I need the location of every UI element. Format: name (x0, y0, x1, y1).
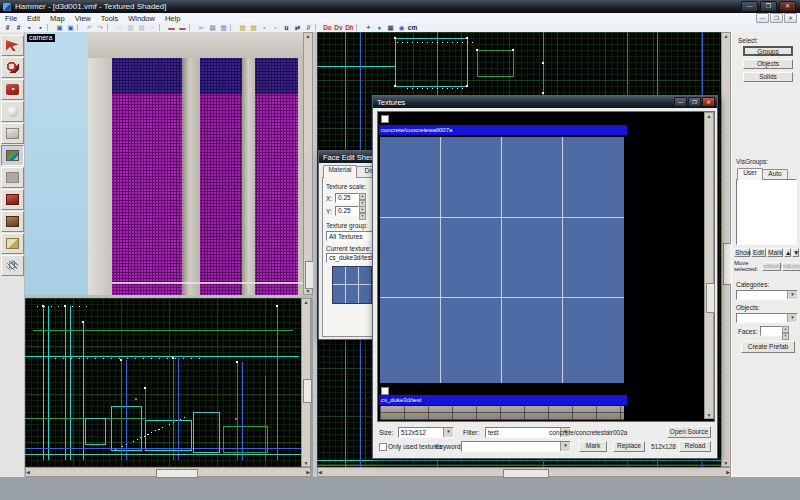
apply-overlays-tool-button[interactable] (1, 211, 24, 232)
texture-thumbnail-concretewall007a[interactable] (380, 137, 624, 383)
toggle-grid-3d-icon[interactable]: # (13, 24, 24, 32)
menu-view[interactable]: View (70, 14, 96, 23)
move-to-entity-button[interactable]: toEntity (782, 262, 800, 271)
display-objects-icon[interactable]: Do (322, 24, 333, 32)
dropdown-arrow-icon[interactable]: ▼ (443, 428, 453, 437)
menu-map[interactable]: Map (45, 14, 70, 23)
dropdown-arrow-icon[interactable]: ▼ (787, 314, 797, 322)
camera-tool-button[interactable] (1, 79, 24, 100)
run-map-icon[interactable]: ◉ (396, 24, 407, 32)
objects-combo[interactable]: ▼ (736, 313, 798, 323)
menu-edit[interactable]: Edit (22, 14, 45, 23)
paste-icon[interactable]: ▥ (218, 24, 229, 32)
open-source-button[interactable]: Open Source (667, 426, 711, 438)
carve-icon[interactable]: □ (114, 24, 125, 32)
texture-item-name[interactable]: cs_duke3d/test (379, 395, 627, 405)
spin-up-icon[interactable]: ▴ (359, 193, 366, 200)
visgroup-move-down-button[interactable]: ▼ (792, 248, 799, 257)
visgroup-show-button[interactable]: Show (734, 248, 750, 257)
spin-down-icon[interactable]: ▾ (359, 213, 366, 220)
scale-y-spinner[interactable]: ▴ ▾ (359, 206, 366, 220)
menu-tools[interactable]: Tools (96, 14, 124, 23)
visgroups-tab-user[interactable]: User (737, 168, 763, 180)
entity-gallery-icon[interactable]: ▧ (248, 24, 259, 32)
texture-list[interactable]: concrete/concretewall007a cs_duke3d/test… (377, 111, 715, 422)
categories-combo[interactable]: ▼ (736, 290, 798, 300)
mdi-restore-button[interactable]: ❐ (770, 13, 783, 23)
entity-tool-button[interactable] (1, 101, 24, 122)
scroll-left-icon[interactable]: ◀ (318, 469, 322, 475)
size-combo[interactable]: 512x512 ▼ (398, 427, 454, 438)
compass-icon[interactable]: ● (374, 24, 385, 32)
hide-selected-icon[interactable]: ▬ (166, 24, 177, 32)
hide-unselected-icon[interactable]: ▬ (177, 24, 188, 32)
scroll-up-icon[interactable]: ▲ (707, 113, 712, 119)
scroll-up-icon[interactable]: ▲ (724, 33, 729, 39)
reload-button[interactable]: Reload (679, 441, 711, 452)
scale-y-input[interactable]: 0.25 (335, 206, 359, 216)
display-handles-icon[interactable]: Dh (344, 24, 355, 32)
visgroup-mark-button[interactable]: Mark (767, 248, 783, 257)
minimize-button[interactable]: — (741, 1, 758, 12)
save-window-state-icon[interactable]: ▣ (65, 24, 76, 32)
menu-help[interactable]: Help (160, 14, 185, 23)
close-button[interactable]: ✕ (779, 1, 796, 12)
spin-up-icon[interactable]: ▴ (782, 326, 789, 333)
3d-viewport-camera[interactable]: camera (25, 32, 303, 295)
textures-minimize-button[interactable]: — (674, 97, 687, 107)
scroll-up-icon[interactable]: ▲ (304, 299, 309, 305)
keywords-combo[interactable]: ▼ (461, 441, 571, 452)
replace-button[interactable]: Replace (613, 441, 645, 452)
textures-title-bar[interactable]: Textures — ❐ ✕ (373, 96, 717, 108)
mdi-minimize-button[interactable]: — (756, 13, 769, 23)
toggle-displacements-icon[interactable]: // (303, 24, 314, 32)
select-by-handles-icon[interactable]: ⇄ (292, 24, 303, 32)
scroll-thumb[interactable] (706, 283, 715, 313)
vertex-tool-button[interactable] (1, 255, 24, 276)
scroll-right-icon[interactable]: ▶ (306, 469, 310, 475)
toggle-grid-icon[interactable]: # (2, 24, 13, 32)
faces-input[interactable] (760, 326, 782, 336)
scroll-down-icon[interactable]: ▼ (304, 460, 309, 466)
scroll-up-icon[interactable]: ▲ (306, 33, 311, 39)
texture-list-vscrollbar[interactable]: ▲ ▼ (704, 112, 714, 419)
visgroup-edit-button[interactable]: Edit (751, 248, 766, 257)
2d-side-vscrollbar[interactable]: ▲ ▼ (301, 298, 311, 467)
redo-icon[interactable]: ↷ (95, 24, 106, 32)
apply-decals-tool-button[interactable] (1, 189, 24, 210)
select-solids-button[interactable]: Solids (743, 72, 793, 82)
select-objects-button[interactable]: Objects (743, 59, 793, 69)
clipping-tool-button[interactable] (1, 233, 24, 254)
selection-tool-button[interactable] (1, 35, 24, 56)
texture-application-tool-button[interactable] (1, 145, 24, 166)
mdi-close-button[interactable]: ✕ (784, 13, 797, 23)
title-bar[interactable]: Hammer - [d3d001.vmf - Textured Shaded] … (0, 0, 800, 13)
viewport-type-label[interactable]: camera (27, 34, 55, 42)
mark-button[interactable]: Mark (579, 441, 607, 452)
menu-window[interactable]: Window (123, 14, 160, 23)
scroll-right-icon[interactable]: ▶ (726, 469, 730, 475)
scroll-down-icon[interactable]: ▼ (707, 412, 712, 418)
move-to-world-button[interactable]: toWorld (762, 262, 781, 271)
texture-thumbnail-cs-duke3d-test[interactable] (380, 406, 624, 420)
copy-icon[interactable]: ▤ (207, 24, 218, 32)
cut-icon[interactable]: ✂ (196, 24, 207, 32)
textures-maximize-button[interactable]: ❐ (688, 97, 701, 107)
create-prefab-button[interactable]: Create Prefab (741, 341, 795, 353)
only-used-checkbox[interactable] (379, 443, 387, 451)
apply-current-texture-tool-button[interactable] (1, 167, 24, 188)
2d-top-hscrollbar[interactable]: ◀ ▶ (317, 467, 731, 477)
visgroup-move-up-button[interactable]: ▲ (784, 248, 791, 257)
selection-box-icon[interactable]: ▫ (259, 24, 270, 32)
texture-mark-checkbox[interactable] (381, 387, 389, 395)
dropdown-arrow-icon[interactable]: ▼ (787, 291, 797, 299)
load-window-state-icon[interactable]: ▣ (54, 24, 65, 32)
scroll-left-icon[interactable]: ◀ (26, 469, 30, 475)
cm-toggle-icon[interactable]: cm (407, 24, 418, 32)
scroll-thumb[interactable] (303, 379, 312, 403)
ignore-groups-icon[interactable]: ▫ (147, 24, 158, 32)
spin-up-icon[interactable]: ▴ (359, 206, 366, 213)
textures-close-button[interactable]: ✕ (702, 97, 715, 107)
texture-item-name[interactable]: concrete/concretewall007a (379, 125, 627, 135)
texture-lock-icon[interactable]: u (281, 24, 292, 32)
